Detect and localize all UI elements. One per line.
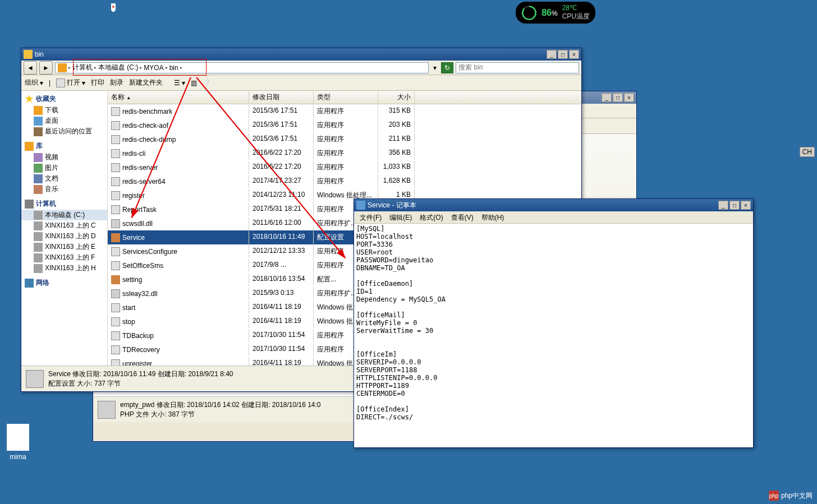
nav-downloads[interactable]: 下载	[21, 105, 107, 115]
nav-network[interactable]: 网络	[21, 277, 107, 289]
file-name: ServicesConfigure	[122, 248, 177, 256]
file-row[interactable]: redis-server2016/6/22 17:20应用程序1,033 KB	[108, 160, 581, 174]
file-name: ssleay32.dll	[122, 290, 158, 298]
folder-icon	[58, 63, 67, 72]
view-menu[interactable]: ☰ ▾	[174, 79, 185, 87]
file-date: 2015/3/6 17:51	[249, 133, 314, 146]
refresh-button[interactable]: ↻	[441, 62, 453, 73]
file-icon	[111, 121, 120, 130]
file-icon	[111, 345, 120, 354]
minimize-button[interactable]: _	[547, 50, 557, 59]
nav-desktop[interactable]: 桌面	[21, 115, 107, 126]
text-area[interactable]: [MySQL] HOST=localhost PORT=3336 USER=ro…	[354, 224, 753, 447]
nav-netdrive-c[interactable]: XINXI163 上的 C	[21, 220, 107, 231]
print-button[interactable]: 打印	[91, 78, 104, 87]
close-button[interactable]: ×	[569, 50, 579, 59]
file-name: redis-server	[122, 164, 158, 172]
nav-cdrive[interactable]: 本地磁盘 (C:)	[21, 210, 107, 220]
col-size[interactable]: 大小	[378, 91, 415, 104]
file-size: 211 KB	[378, 133, 415, 146]
help-icon[interactable]: ❔	[203, 79, 211, 87]
address-bar[interactable]: ▸ 计算机▸ 本地磁盘 (C:)▸ MYOA▸ bin▸	[55, 62, 429, 73]
search-input[interactable]: 搜索 bin	[456, 62, 579, 73]
nav-recent[interactable]: 最近访问的位置	[21, 126, 107, 137]
open-button[interactable]: 打开 ▾	[56, 78, 85, 87]
file-name: redis-benchmark	[122, 108, 172, 115]
nav-videos[interactable]: 视频	[21, 152, 107, 163]
nav-pictures[interactable]: 图片	[21, 163, 107, 173]
forward-button[interactable]: ►	[39, 61, 53, 75]
file-date: 2015/3/6 17:51	[249, 105, 314, 118]
file-date: 2016/4/11 18:19	[249, 301, 314, 314]
file-date: 2017/10/30 11:54	[249, 343, 314, 356]
file-date: 2016/6/22 17:20	[249, 161, 314, 174]
address-toolbar: ◄ ► ▸ 计算机▸ 本地磁盘 (C:)▸ MYOA▸ bin▸ ▾ ↻ 搜索 …	[21, 61, 581, 75]
menu-format[interactable]: 格式(O)	[416, 212, 446, 222]
menu-file[interactable]: 文件(F)	[356, 212, 385, 222]
file-icon	[111, 233, 120, 242]
nav-netdrive-h[interactable]: XINXI163 上的 H	[21, 263, 107, 274]
file-type: 应用程序	[314, 175, 378, 188]
nav-documents[interactable]: 文档	[21, 173, 107, 184]
file-icon	[111, 219, 120, 228]
file-row[interactable]: redis-check-dump2015/3/6 17:51应用程序211 KB	[108, 132, 581, 146]
file-row[interactable]: redis-server642017/4/17 23:27应用程序1,628 K…	[108, 174, 581, 188]
maximize-button[interactable]: □	[613, 93, 623, 102]
file-date: 2017/5/31 18:21	[249, 203, 314, 216]
burn-button[interactable]: 刻录	[110, 78, 123, 87]
nav-computer[interactable]: 计算机	[21, 198, 107, 210]
titlebar[interactable]: Service - 记事本 _ □ ×	[354, 199, 753, 211]
col-name[interactable]: 名称 ▲	[108, 91, 249, 104]
menu-view[interactable]: 查看(V)	[448, 212, 477, 222]
file-icon	[111, 289, 120, 298]
col-date[interactable]: 修改日期	[249, 91, 314, 104]
minimize-button[interactable]: _	[602, 93, 612, 102]
history-dropdown[interactable]: ▾	[431, 64, 439, 72]
svg-point-2	[112, 6, 114, 8]
menu-edit[interactable]: 编辑(E)	[386, 212, 415, 222]
nav-libraries[interactable]: 库	[21, 140, 107, 152]
file-size: 203 KB	[378, 119, 415, 132]
back-button[interactable]: ◄	[24, 61, 37, 75]
file-icon	[111, 163, 120, 172]
maximize-button[interactable]: □	[729, 201, 740, 210]
file-row[interactable]: redis-cli2016/6/22 17:20应用程序356 KB	[108, 146, 581, 160]
file-date: 2014/12/23 11:10	[249, 189, 314, 202]
preview-pane[interactable]: ▥	[191, 79, 197, 87]
close-button[interactable]: ×	[741, 201, 751, 210]
file-name: redis-cli	[122, 150, 145, 158]
file-size: 1,628 KB	[378, 175, 415, 188]
nav-favorites[interactable]: 收藏夹	[21, 93, 107, 105]
file-icon	[111, 205, 120, 214]
file-icon	[111, 275, 120, 284]
desktop-file-mima[interactable]: mima	[1, 424, 35, 461]
nav-netdrive-d[interactable]: XINXI163 上的 D	[21, 231, 107, 242]
newfolder-button[interactable]: 新建文件夹	[129, 78, 163, 87]
file-date: 2017/10/30 11:54	[249, 329, 314, 342]
file-name: Service	[122, 234, 145, 242]
ime-indicator[interactable]: CH	[800, 147, 815, 157]
nav-music[interactable]: 音乐	[21, 184, 107, 195]
file-name: TDRecovery	[122, 346, 160, 354]
organize-menu[interactable]: 组织 ▾	[25, 78, 43, 87]
file-icon	[111, 317, 120, 326]
minimize-button[interactable]: _	[718, 201, 728, 210]
column-headers[interactable]: 名称 ▲ 修改日期 类型 大小	[108, 91, 581, 104]
file-name: setting	[122, 276, 142, 284]
nav-netdrive-e[interactable]: XINXI163 上的 E	[21, 242, 107, 252]
file-name: register	[122, 192, 145, 200]
maximize-button[interactable]: □	[558, 50, 568, 59]
file-row[interactable]: redis-check-aof2015/3/6 17:51应用程序203 KB	[108, 118, 581, 132]
file-name: ReportTask	[122, 206, 157, 214]
file-row[interactable]: redis-benchmark2015/3/6 17:51应用程序315 KB	[108, 104, 581, 118]
nav-netdrive-f[interactable]: XINXI163 上的 F	[21, 252, 107, 263]
menu-help[interactable]: 帮助(H)	[478, 212, 508, 222]
file-date: 2016/4/11 18:19	[249, 315, 314, 328]
file-date: 2016/4/11 18:19	[249, 357, 314, 366]
status-line-2: 配置设置 大小: 737 字节	[48, 379, 233, 389]
titlebar[interactable]: bin _ □ ×	[21, 48, 581, 61]
col-type[interactable]: 类型	[314, 91, 378, 104]
file-size: 356 KB	[378, 147, 415, 160]
close-button[interactable]: ×	[624, 93, 634, 102]
file-icon	[111, 177, 120, 186]
